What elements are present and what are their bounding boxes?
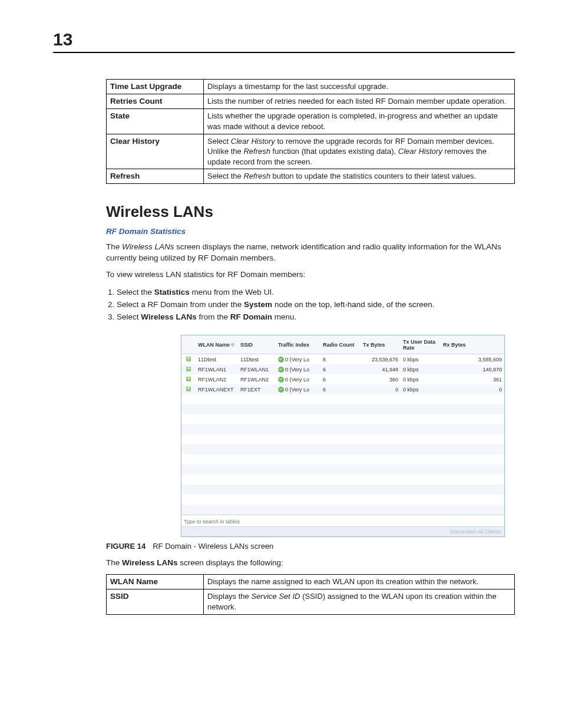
table-lead-paragraph: The Wireless LANs screen displays the fo… xyxy=(106,558,515,568)
traffic-ok-icon xyxy=(278,377,284,383)
cell-wlan-name: RF1WLANEXT xyxy=(196,385,238,394)
table-row: Clear HistorySelect Clear History to rem… xyxy=(107,134,515,169)
cell-radio-count: 6 xyxy=(320,365,361,374)
param-label: Time Last Upgrade xyxy=(107,80,204,94)
list-item: Select the Statistics menu from the Web … xyxy=(117,286,515,298)
sort-indicator-icon: ⊙ xyxy=(231,342,234,347)
list-item: Select Wireless LANs from the RF Domain … xyxy=(117,311,515,323)
figure-caption: FIGURE 14RF Domain - Wireless LANs scree… xyxy=(106,542,515,551)
col-tx-user-data-rate[interactable]: Tx User Data Rate xyxy=(401,337,441,353)
wlan-screenshot: WLAN Name⊙ SSID Traffic Index Radio Coun… xyxy=(181,335,505,537)
param-desc: Select the Refresh button to update the … xyxy=(204,169,515,184)
grid-header-row: WLAN Name⊙ SSID Traffic Index Radio Coun… xyxy=(181,335,504,354)
grid-row-empty xyxy=(181,444,504,454)
grid-row-empty xyxy=(181,434,504,444)
cell-ssid: 11Dtest xyxy=(238,355,276,364)
steps-list: Select the Statistics menu from the Web … xyxy=(106,286,515,323)
page-number: 13 xyxy=(53,29,515,53)
cell-tx-bytes: 23,539,676 xyxy=(361,355,401,364)
grid-row-empty xyxy=(181,495,504,505)
grid-row-empty xyxy=(181,485,504,495)
grid-row-empty xyxy=(181,414,504,424)
table-row: Time Last UpgradeDisplays a timestamp fo… xyxy=(107,80,515,94)
traffic-ok-icon xyxy=(278,357,284,363)
grid-row-empty xyxy=(181,404,504,414)
cell-tx-user-rate: 0 kbps xyxy=(401,375,441,384)
cell-rx-bytes: 361 xyxy=(441,375,504,384)
param-desc: Lists whether the upgrade operation is c… xyxy=(204,109,515,134)
cell-wlan-name: 11Dtest xyxy=(196,355,238,364)
grid-row-empty xyxy=(181,505,504,515)
cell-radio-count: 6 xyxy=(320,375,361,384)
list-item: Select a RF Domain from under the System… xyxy=(117,298,515,311)
cell-rx-bytes: 140,970 xyxy=(441,365,504,374)
upgrade-params-table: Time Last UpgradeDisplays a timestamp fo… xyxy=(106,79,515,184)
traffic-ok-icon xyxy=(278,367,284,373)
section-heading: Wireless LANs xyxy=(106,203,515,221)
param-desc: Lists the number of retries needed for e… xyxy=(204,94,515,109)
grid-row[interactable]: RF1WLAN1RF1WLAN10 (Very Lo641,9480 kbps1… xyxy=(181,364,504,374)
search-input[interactable] xyxy=(181,517,299,526)
cell-radio-count: 8 xyxy=(320,355,361,364)
table-row: StateLists whether the upgrade operation… xyxy=(107,109,515,134)
grid-row-empty xyxy=(181,454,504,465)
col-wlan-name[interactable]: WLAN Name⊙ xyxy=(196,340,238,350)
wlan-status-icon xyxy=(186,377,191,381)
col-ssid[interactable]: SSID xyxy=(238,340,276,350)
table-row: Retries CountLists the number of retries… xyxy=(107,94,515,109)
table-row: RefreshSelect the Refresh button to upda… xyxy=(107,169,515,184)
cell-traffic-index: 0 (Very Lo xyxy=(276,365,320,374)
param-desc: Displays the Service Set ID (SSID) assig… xyxy=(204,589,515,614)
cell-tx-user-rate: 0 kbps xyxy=(401,365,441,374)
table-row: SSIDDisplays the Service Set ID (SSID) a… xyxy=(107,589,515,614)
cell-tx-user-rate: 0 kbps xyxy=(401,385,441,394)
param-desc: Displays the name assigned to each WLAN … xyxy=(204,575,515,589)
param-label: SSID xyxy=(107,589,204,614)
col-rx-bytes[interactable]: Rx Bytes xyxy=(441,340,504,350)
grid-search-bar xyxy=(181,515,504,526)
cell-wlan-name: RF1WLAN1 xyxy=(196,365,238,374)
cell-wlan-name: RF1WLAN2 xyxy=(196,375,238,384)
col-tx-bytes[interactable]: Tx Bytes xyxy=(361,340,401,350)
cell-rx-bytes: 3,585,609 xyxy=(441,355,504,364)
grid-row-empty xyxy=(181,475,504,485)
breadcrumb-link[interactable]: RF Domain Statistics xyxy=(106,227,515,236)
cell-traffic-index: 0 (Very Lo xyxy=(276,385,320,394)
cell-traffic-index: 0 (Very Lo xyxy=(276,355,320,364)
cell-radio-count: 6 xyxy=(320,385,361,394)
wlan-status-icon xyxy=(186,387,191,391)
wlan-status-icon xyxy=(186,357,191,361)
param-label: Retries Count xyxy=(107,94,204,109)
traffic-ok-icon xyxy=(278,387,284,393)
wlan-status-icon xyxy=(186,367,191,371)
disconnect-all-clients-button[interactable]: Disconnect All Clients xyxy=(449,529,501,535)
col-radio-count[interactable]: Radio Count xyxy=(320,340,361,350)
param-label: WLAN Name xyxy=(107,575,204,589)
cell-tx-user-rate: 0 kbps xyxy=(401,355,441,364)
wlan-fields-table: WLAN NameDisplays the name assigned to e… xyxy=(106,574,515,614)
instruction-lead: To view wireless LAN statistics for RF D… xyxy=(106,269,515,280)
param-label: Clear History xyxy=(107,134,204,169)
param-label: State xyxy=(107,109,204,134)
grid-row-empty xyxy=(181,424,504,434)
table-row: WLAN NameDisplays the name assigned to e… xyxy=(107,575,515,589)
grid-row-empty xyxy=(181,465,504,475)
param-desc: Select Clear History to remove the upgra… xyxy=(204,134,515,169)
grid-row[interactable]: RF1WLAN2RF1WLAN20 (Very Lo63600 kbps361 xyxy=(181,374,504,384)
cell-ssid: RF1WLAN1 xyxy=(238,365,276,374)
grid-row[interactable]: 11Dtest11Dtest0 (Very Lo823,539,6760 kbp… xyxy=(181,354,504,364)
cell-traffic-index: 0 (Very Lo xyxy=(276,375,320,384)
col-traffic-index[interactable]: Traffic Index xyxy=(276,340,320,350)
param-label: Refresh xyxy=(107,169,204,184)
param-desc: Displays a timestamp for the last succes… xyxy=(204,80,515,94)
cell-rx-bytes: 0 xyxy=(441,385,504,394)
cell-tx-bytes: 0 xyxy=(361,385,401,394)
cell-ssid: RF1WLAN2 xyxy=(238,375,276,384)
cell-ssid: RF1EXT xyxy=(238,385,276,394)
cell-tx-bytes: 41,948 xyxy=(361,365,401,374)
grid-row[interactable]: RF1WLANEXTRF1EXT0 (Very Lo600 kbps0 xyxy=(181,384,504,394)
cell-tx-bytes: 360 xyxy=(361,375,401,384)
intro-paragraph: The Wireless LANs screen displays the na… xyxy=(106,242,515,263)
grid-row-empty xyxy=(181,394,504,404)
